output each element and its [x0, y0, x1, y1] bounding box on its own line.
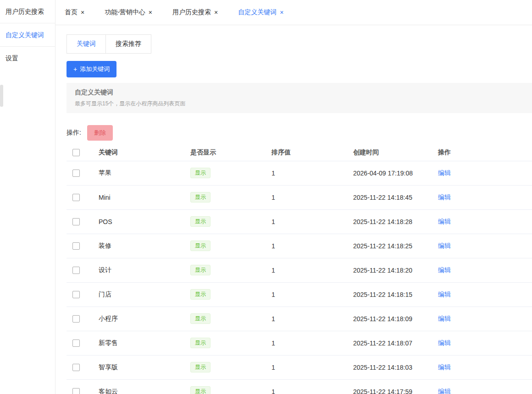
table-row: 新零售显示12025-11-22 14:18:07编辑 [66, 331, 532, 355]
edit-link[interactable]: 编辑 [438, 218, 451, 225]
tab-label: 用户历史搜索 [172, 8, 211, 16]
edit-link[interactable]: 编辑 [438, 339, 451, 346]
col-header-actions: 操作 [438, 144, 532, 161]
row-checkbox[interactable] [72, 194, 80, 201]
select-all-checkbox[interactable] [72, 149, 80, 156]
show-status-tag: 显示 [190, 289, 211, 300]
table-row: 小程序显示12025-11-22 14:18:09编辑 [66, 306, 532, 331]
show-status-tag: 显示 [190, 216, 211, 227]
add-keyword-label: 添加关键词 [80, 65, 110, 73]
sort-cell: 1 [272, 379, 353, 394]
col-header-show: 是否显示 [190, 144, 272, 161]
table-row: 装修显示12025-11-22 14:18:25编辑 [66, 234, 532, 258]
show-status-tag: 显示 [190, 192, 211, 203]
keyword-cell: 小程序 [99, 306, 190, 331]
card-tabs: 关键词搜索推荐 [66, 34, 532, 54]
tab-label: 首页 [65, 8, 78, 16]
table-row: Mini显示12025-11-22 14:18:45编辑 [66, 185, 532, 209]
keyword-cell: 门店 [99, 282, 190, 306]
show-status-tag: 显示 [190, 386, 211, 394]
keyword-cell: 苹果 [99, 161, 190, 185]
table-row: 智享版显示12025-11-22 14:18:03编辑 [66, 355, 532, 379]
delete-button[interactable]: 删除 [87, 125, 113, 141]
close-icon[interactable]: × [214, 9, 218, 16]
close-icon[interactable]: × [149, 9, 152, 16]
row-checkbox[interactable] [72, 242, 80, 250]
created-time-cell: 2026-04-09 17:19:08 [353, 161, 438, 185]
content-panel: 关键词搜索推荐 + 添加关键词 自定义关键词 最多可显示15个，显示在小程序商品… [55, 25, 532, 394]
page-tab[interactable]: 自定义关键词× [238, 8, 283, 16]
sort-cell: 1 [272, 258, 353, 282]
tab-label: 功能-营销中心 [105, 8, 145, 16]
sort-cell: 1 [272, 282, 353, 306]
table-row: 门店显示12025-11-22 14:18:15编辑 [66, 282, 532, 306]
edit-link[interactable]: 编辑 [438, 169, 451, 176]
show-status-tag: 显示 [190, 168, 211, 179]
created-time-cell: 2025-11-22 14:18:07 [353, 331, 438, 355]
sidebar-item[interactable]: 用户历史搜索 [0, 0, 55, 23]
sidebar-item[interactable]: 设置 [0, 47, 55, 70]
created-time-cell: 2025-11-22 14:18:09 [353, 306, 438, 331]
col-header-keyword: 关键词 [99, 144, 190, 161]
edit-link[interactable]: 编辑 [438, 290, 451, 298]
edit-link[interactable]: 编辑 [438, 242, 451, 249]
col-header-sort: 排序值 [272, 144, 353, 161]
tabbar: 首页×功能-营销中心×用户历史搜索×自定义关键词× [55, 0, 532, 25]
page-tab[interactable]: 用户历史搜索× [172, 8, 218, 16]
row-checkbox[interactable] [72, 170, 80, 177]
main-area: 首页×功能-营销中心×用户历史搜索×自定义关键词× 关键词搜索推荐 + 添加关键… [55, 0, 532, 394]
sidebar: 用户历史搜索自定义关键词设置 [0, 0, 55, 394]
table-row: POS显示12025-11-22 14:18:28编辑 [66, 209, 532, 234]
content-tab[interactable]: 关键词 [66, 34, 106, 54]
created-time-cell: 2025-11-22 14:17:59 [353, 379, 438, 394]
row-checkbox[interactable] [72, 339, 80, 347]
table-row: 苹果显示12026-04-09 17:19:08编辑 [66, 161, 532, 185]
keyword-cell: POS [99, 209, 190, 234]
table-row: 客如云显示12025-11-22 14:17:59编辑 [66, 379, 532, 394]
edit-link[interactable]: 编辑 [438, 363, 451, 371]
plus-icon: + [73, 66, 77, 72]
created-time-cell: 2025-11-22 14:18:25 [353, 234, 438, 258]
page-tab[interactable]: 首页× [65, 8, 84, 16]
show-status-tag: 显示 [190, 265, 211, 276]
sort-cell: 1 [272, 306, 353, 331]
edit-link[interactable]: 编辑 [438, 388, 451, 394]
row-checkbox[interactable] [72, 218, 80, 225]
sort-cell: 1 [272, 209, 353, 234]
add-keyword-button[interactable]: + 添加关键词 [66, 61, 116, 77]
row-checkbox[interactable] [72, 267, 80, 274]
info-title: 自定义关键词 [75, 88, 524, 97]
col-header-created: 创建时间 [353, 144, 438, 161]
keyword-cell: 智享版 [99, 355, 190, 379]
show-status-tag: 显示 [190, 313, 211, 324]
edit-link[interactable]: 编辑 [438, 266, 451, 274]
row-checkbox[interactable] [72, 364, 80, 371]
show-status-tag: 显示 [190, 362, 211, 373]
info-subtitle: 最多可显示15个，显示在小程序商品列表页面 [75, 100, 524, 108]
created-time-cell: 2025-11-22 14:18:20 [353, 258, 438, 282]
row-checkbox[interactable] [72, 291, 80, 298]
edit-link[interactable]: 编辑 [438, 315, 451, 322]
close-icon[interactable]: × [280, 9, 283, 16]
keyword-cell: 新零售 [99, 331, 190, 355]
row-checkbox[interactable] [72, 388, 80, 394]
sort-cell: 1 [272, 161, 353, 185]
sidebar-scrollbar[interactable] [0, 85, 3, 107]
table-header-row: 关键词 是否显示 排序值 创建时间 操作 [66, 144, 532, 161]
row-checkbox[interactable] [72, 315, 80, 323]
tab-label: 自定义关键词 [238, 8, 277, 16]
operation-label: 操作: [66, 129, 81, 137]
keyword-cell: 设计 [99, 258, 190, 282]
edit-link[interactable]: 编辑 [438, 193, 451, 201]
operation-row: 操作: 删除 [66, 125, 532, 141]
table-body: 苹果显示12026-04-09 17:19:08编辑Mini显示12025-11… [66, 161, 532, 394]
app-window: 用户历史搜索自定义关键词设置 首页×功能-营销中心×用户历史搜索×自定义关键词×… [0, 0, 532, 394]
close-icon[interactable]: × [81, 9, 84, 16]
sidebar-item[interactable]: 自定义关键词 [0, 23, 55, 47]
sort-cell: 1 [272, 185, 353, 209]
page-tab[interactable]: 功能-营销中心× [105, 8, 152, 16]
keywords-table: 关键词 是否显示 排序值 创建时间 操作 苹果显示12026-04-09 17:… [66, 144, 532, 394]
sort-cell: 1 [272, 355, 353, 379]
sort-cell: 1 [272, 331, 353, 355]
content-tab[interactable]: 搜索推荐 [106, 34, 151, 54]
